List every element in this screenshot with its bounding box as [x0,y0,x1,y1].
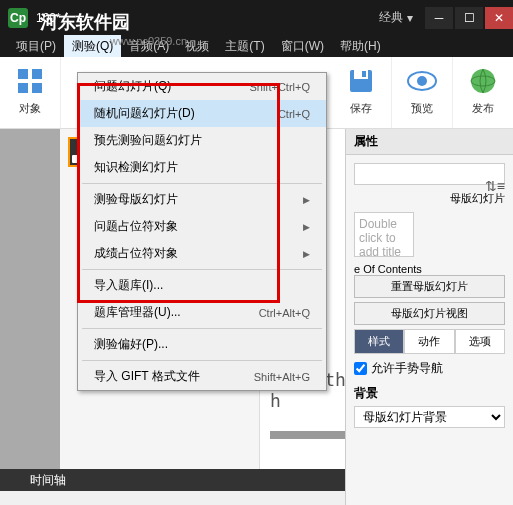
menu-item-问题幻灯片Q[interactable]: 问题幻灯片(Q)Shift+Ctrl+Q [78,73,326,100]
menu-主题T[interactable]: 主题(T) [217,35,272,57]
save-button[interactable]: 保存 [331,57,392,128]
watermark-url: www.pc0359.cn [110,35,187,47]
save-icon [345,65,377,97]
watermark-text: 河东软件园 [40,10,130,34]
master-slide-thumbnail[interactable]: Double click to add title [354,212,414,257]
theme-selector[interactable]: 经典 ▾ [379,9,413,26]
svg-rect-3 [32,83,42,93]
preview-button[interactable]: 预览 [392,57,453,128]
submenu-arrow-icon: ▶ [303,195,310,205]
svg-rect-1 [32,69,42,79]
eye-icon [406,65,438,97]
maximize-button[interactable]: ☐ [455,7,483,29]
menu-窗口W[interactable]: 窗口(W) [273,35,332,57]
publish-button[interactable]: 发布 [453,57,513,128]
menu-item-测验母版幻灯片[interactable]: 测验母版幻灯片▶ [78,186,326,213]
tab-option[interactable]: 选项 [455,329,505,354]
properties-header: 属性 [346,129,513,155]
property-name-input[interactable] [354,163,505,185]
svg-rect-6 [362,71,366,77]
objects-button[interactable]: 对象 [0,57,61,128]
quiz-dropdown-menu: 问题幻灯片(Q)Shift+Ctrl+Q随机问题幻灯片(D)Ctrl+Q预先测验… [77,72,327,391]
menu-item-知识检测幻灯片[interactable]: 知识检测幻灯片 [78,154,326,181]
submenu-arrow-icon: ▶ [303,249,310,259]
svg-point-8 [417,76,427,86]
chevron-down-icon: ▾ [407,11,413,25]
reset-master-button[interactable]: 重置母版幻灯片 [354,275,505,298]
background-section: 背景 [354,385,505,402]
toc-label: e Of Contents [354,263,505,275]
menu-item-导入题库I[interactable]: 导入题库(I)... [78,272,326,299]
menu-item-导入GIFT格式文件[interactable]: 导入 GIFT 格式文件Shift+Alt+G [78,363,326,390]
menu-item-测验偏好P[interactable]: 测验偏好(P)... [78,331,326,358]
close-button[interactable]: ✕ [485,7,513,29]
tab-action[interactable]: 动作 [404,329,454,354]
menu-separator [82,183,322,184]
menu-separator [82,269,322,270]
menu-帮助H[interactable]: 帮助(H) [332,35,389,57]
menu-item-预先测验问题幻灯片[interactable]: 预先测验问题幻灯片 [78,127,326,154]
menu-separator [82,328,322,329]
menu-item-问题占位符对象[interactable]: 问题占位符对象▶ [78,213,326,240]
menu-项目P[interactable]: 项目(P) [8,35,64,57]
left-sidebar [0,129,60,469]
sort-icon[interactable]: ⇅≡ [485,178,505,194]
master-view-button[interactable]: 母版幻灯片视图 [354,302,505,325]
svg-rect-0 [18,69,28,79]
menu-separator [82,360,322,361]
master-slide-label: 母版幻灯片 [354,191,505,206]
menu-item-随机问题幻灯片D[interactable]: 随机问题幻灯片(D)Ctrl+Q [78,100,326,127]
globe-icon [467,65,499,97]
menu-item-题库管理器U[interactable]: 题库管理器(U)...Ctrl+Alt+Q [78,299,326,326]
svg-point-9 [471,69,495,93]
tab-style[interactable]: 样式 [354,329,404,354]
submenu-arrow-icon: ▶ [303,222,310,232]
grid-icon [14,65,46,97]
minimize-button[interactable]: ─ [425,7,453,29]
gesture-label: 允许手势导航 [371,360,443,377]
svg-rect-2 [18,83,28,93]
background-select[interactable]: 母版幻灯片背景 [354,406,505,428]
app-logo: Cp [8,8,28,28]
menu-item-成绩占位符对象[interactable]: 成绩占位符对象▶ [78,240,326,267]
gesture-checkbox[interactable] [354,362,367,375]
